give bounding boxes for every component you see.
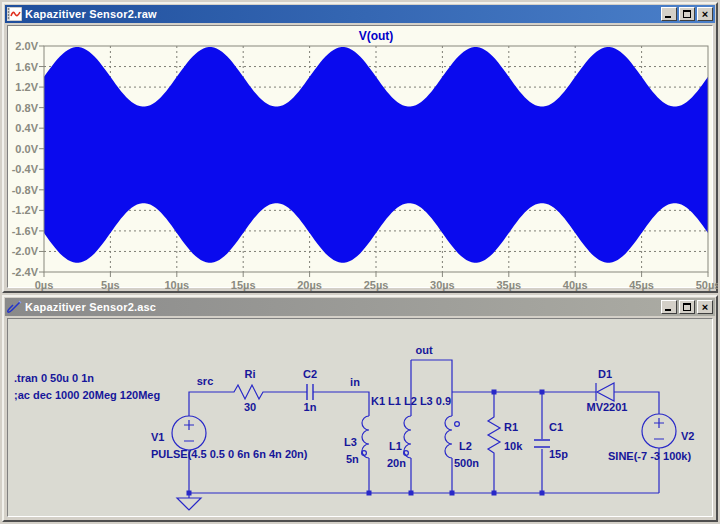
l1-ref[interactable]: L1 xyxy=(389,440,402,452)
d1-value[interactable]: MV2201 xyxy=(587,401,628,413)
directive-ac[interactable]: ;ac dec 1000 20Meg 120Meg xyxy=(14,389,160,401)
v2-value[interactable]: SINE(-7 -3 100k) xyxy=(608,450,691,462)
y-axis-label: -1.2V xyxy=(12,204,39,216)
wires[interactable] xyxy=(189,360,659,498)
plot-window-titlebar[interactable]: Kapazitiver Sensor2.raw × xyxy=(5,5,715,23)
x-axis-label: 20µs xyxy=(297,279,322,291)
trace-title[interactable]: V(out) xyxy=(359,29,394,43)
waveform-plot-canvas[interactable]: V(out) 2.0V1.6V1.2V0.8V0.4V0.0V-0.4V-0.8… xyxy=(8,26,718,293)
maximize-button[interactable] xyxy=(679,7,695,21)
x-axis-label: 40µs xyxy=(563,279,588,291)
schematic-window-title: Kapazitiver Sensor2.asc xyxy=(25,301,658,313)
y-axis-label: 1.6V xyxy=(15,61,38,73)
l3-ref[interactable]: L3 xyxy=(344,436,357,448)
net-label-in[interactable]: in xyxy=(350,376,360,388)
x-axis-label: 50µs xyxy=(696,279,718,291)
plot-window: Kapazitiver Sensor2.raw × V(out) 2.0V1.6… xyxy=(2,2,718,293)
c1-value[interactable]: 15p xyxy=(549,448,568,460)
c2-capacitor-symbol[interactable] xyxy=(307,384,313,400)
ri-ref[interactable]: Ri xyxy=(245,368,256,380)
minimize-button[interactable] xyxy=(661,300,677,314)
y-axis-label: 0.0V xyxy=(15,143,38,155)
d1-ref[interactable]: D1 xyxy=(598,368,612,380)
schematic-icon[interactable] xyxy=(7,300,22,314)
v2-source-symbol[interactable] xyxy=(642,414,676,448)
v1-ref[interactable]: V1 xyxy=(151,431,164,443)
ri-value[interactable]: 30 xyxy=(244,401,256,413)
l1-inductor-symbol[interactable] xyxy=(404,416,411,458)
v1-source-symbol[interactable] xyxy=(172,416,206,450)
vout-trace[interactable] xyxy=(44,47,708,263)
l2-value[interactable]: 500n xyxy=(454,457,479,469)
x-axis-label: 5µs xyxy=(101,279,120,291)
l1-value[interactable]: 20n xyxy=(387,457,406,469)
y-axis-label: -2.4V xyxy=(12,266,39,278)
schematic-canvas[interactable]: .tran 0 50u 0 1n ;ac dec 1000 20Meg 120M… xyxy=(8,319,718,522)
schematic-window: Kapazitiver Sensor2.asc × .tran 0 50u 0 … xyxy=(2,295,718,522)
y-axis-label: 0.4V xyxy=(15,122,38,134)
c2-ref[interactable]: C2 xyxy=(303,368,317,380)
x-axis-label: 30µs xyxy=(430,279,455,291)
d1-diode-symbol[interactable] xyxy=(596,383,614,401)
l3-value[interactable]: 5n xyxy=(346,453,359,465)
y-axis-label: 2.0V xyxy=(15,40,38,52)
y-axis-label: -1.6V xyxy=(12,225,39,237)
x-axis-label: 0µs xyxy=(35,279,54,291)
plot-pane[interactable]: V(out) 2.0V1.6V1.2V0.8V0.4V0.0V-0.4V-0.8… xyxy=(7,25,713,288)
waveform-icon[interactable] xyxy=(7,7,22,21)
plot-window-title: Kapazitiver Sensor2.raw xyxy=(25,8,658,20)
x-axis-label: 25µs xyxy=(364,279,389,291)
l3-inductor-symbol[interactable] xyxy=(362,416,369,458)
y-axis-label: 0.8V xyxy=(15,102,38,114)
x-axis-label: 35µs xyxy=(496,279,521,291)
close-button[interactable]: × xyxy=(697,300,713,314)
v1-value[interactable]: PULSE(4.5 0.5 0 6n 6n 4n 20n) xyxy=(151,448,308,460)
schematic-window-titlebar[interactable]: Kapazitiver Sensor2.asc × xyxy=(5,298,715,316)
close-button[interactable]: × xyxy=(697,7,713,21)
net-label-src[interactable]: src xyxy=(197,375,214,387)
v2-ref[interactable]: V2 xyxy=(681,430,694,442)
r1-ref[interactable]: R1 xyxy=(504,421,518,433)
y-axis-label: -2.0V xyxy=(12,245,39,257)
r1-resistor-symbol[interactable] xyxy=(488,414,500,458)
l2-ref[interactable]: L2 xyxy=(459,440,472,452)
x-axis-label: 45µs xyxy=(629,279,654,291)
schematic-pane[interactable]: .tran 0 50u 0 1n ;ac dec 1000 20Meg 120M… xyxy=(7,318,713,517)
ground-symbol[interactable] xyxy=(177,498,201,510)
c2-value[interactable]: 1n xyxy=(304,401,317,413)
y-axis-label: -0.8V xyxy=(12,184,39,196)
coupling-statement[interactable]: K1 L1 L2 L3 0.9 xyxy=(371,395,451,407)
desktop: { "plot_window": { "title": "Kapazitiver… xyxy=(0,0,720,524)
ri-resistor-symbol[interactable] xyxy=(228,385,272,399)
l2-inductor-symbol[interactable] xyxy=(445,416,459,458)
minimize-button[interactable] xyxy=(661,7,677,21)
y-axis-label: 1.2V xyxy=(15,81,38,93)
c1-ref[interactable]: C1 xyxy=(549,421,563,433)
y-axis-label: -0.4V xyxy=(12,163,39,175)
x-axis-label: 15µs xyxy=(231,279,256,291)
c1-capacitor-symbol[interactable] xyxy=(534,440,550,447)
directive-tran[interactable]: .tran 0 50u 0 1n xyxy=(14,372,94,384)
r1-value[interactable]: 10k xyxy=(504,440,523,452)
net-label-out[interactable]: out xyxy=(415,344,432,356)
x-axis-label: 10µs xyxy=(164,279,189,291)
maximize-button[interactable] xyxy=(679,300,695,314)
